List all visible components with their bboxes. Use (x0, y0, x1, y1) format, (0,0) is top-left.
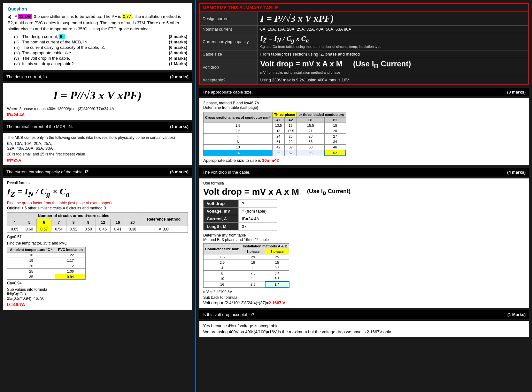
sub-calc: 25/(0.57*0.94)=46.7A (7, 296, 188, 301)
a2-header: A2 (284, 117, 297, 123)
cg-result: Cg=0.57 (7, 235, 188, 239)
sub-formula-label: Sub values into formula (7, 287, 188, 292)
summary-value-capacity: IZ = IN / Cg x Ca Cg and Ca from tables … (258, 33, 528, 50)
nominal-text1: The MCB comes only in the following curr… (7, 135, 188, 140)
acceptable-text1: Yes because 4% of voltage is acceptable (203, 323, 525, 328)
cable-row: 631293634 (204, 139, 346, 145)
col-9: 9 (81, 219, 96, 226)
design-current-section: The design current, Ib. (2 marks) I = P/… (3, 72, 192, 120)
sub-back: Sub back to formula (203, 295, 525, 300)
col-16: 16 (111, 219, 125, 226)
install-row-highlight: 162.8 2.4 (204, 282, 289, 287)
installation-table: Conductor Size mm² Installation methods … (203, 243, 289, 288)
cable-size-section: The appropriate cable size. (3 marks) 3 … (199, 88, 529, 165)
volt-drop-calc: Volt drop = (2.4*10^-3)*(24.4)*(37)=2.16… (203, 300, 525, 305)
one-phase-header: 1 phase (241, 249, 265, 254)
summary-value-acceptable: Using 230V max is 9.2V, using 400V max i… (258, 76, 528, 84)
install-methods-header: Installation methods A & B (241, 244, 289, 249)
nominal-current-title: The nominal current of the MCB, IN. (6, 124, 73, 129)
val-050: 0.50 (81, 226, 96, 233)
install-row: 1.52925 (204, 254, 289, 260)
nominal-current-marks: (1 marks) (170, 124, 189, 129)
highlight-kw: 13 kW (18, 14, 32, 19)
question-label: a) (8, 14, 12, 19)
nominal-current-content: The MCB comes only in the following curr… (3, 133, 192, 165)
volt-drop-content: Use formula Volt drop = mV x A x M (Use … (199, 178, 529, 308)
b1-header: B1 (297, 117, 325, 123)
nominal-current-section: The nominal current of the MCB, IN. (1 m… (3, 122, 192, 165)
summary-value-voltdrop: Volt drop = mV x A x M (Use IB Current) … (258, 58, 528, 76)
design-current-marks: (2 marks) (170, 74, 189, 79)
volt-drop-row: Volt drop? (204, 200, 277, 207)
summary-label-cable: Cable size (200, 50, 258, 58)
design-current-title: The design current, Ib. (6, 74, 48, 79)
col-5: 5 (22, 219, 37, 226)
highlight-ib: Ib. (59, 34, 65, 39)
cable-row: 424232827 (204, 134, 346, 139)
volt-drop-section: The volt drop in the cable. (4 marks) Us… (199, 168, 529, 308)
install-row: 4119.5 (204, 265, 289, 271)
recall-label: Recall formula (7, 181, 188, 185)
list-item: (iii) The current carrying capacity of t… (14, 45, 187, 50)
carrying-capacity-content: Recall formula IZ = IN / Cg × Ca Find th… (3, 178, 192, 310)
val-041: 0.41 (111, 226, 125, 233)
original-text: Original + 5 other similar circuits = 6 … (7, 206, 188, 210)
three-loaded-header: or three loaded conductors (297, 112, 346, 117)
volt-drop-row: Voltage, mV? (from table) (204, 207, 277, 215)
voltdrop-sub: mV from table: using installation method… (260, 71, 340, 74)
install-row: 104.43.8 (204, 276, 289, 282)
design-current-result: IB=24.4A (7, 112, 188, 117)
val-060: 0.60 (22, 226, 37, 233)
volt-drop-row: Length, M37 (204, 223, 277, 230)
volt-drop-note: (Use IB Current) (302, 188, 351, 196)
summary-row-capacity: Current carrying capacity IZ = IN / Cg x… (200, 33, 528, 50)
acceptable-section: Is this volt drop acceptable? (1 Marks) … (199, 310, 529, 337)
col-7: 7 (51, 219, 66, 226)
col-4: 4 (7, 219, 22, 226)
question-link[interactable]: Question (8, 6, 27, 11)
sub-formula-text: IN/(Cg*Ca) (7, 292, 188, 296)
cable-size-title: The appropriate cable size. (203, 90, 253, 94)
install-row: 2.51815 (204, 260, 289, 265)
install-row: 67.36.4 (204, 271, 289, 276)
summary-label-design: Design current (200, 12, 258, 26)
iz-formula: IZ = IN / Cg × Ca (7, 185, 188, 200)
carrying-capacity-section: The current carrying capacity of the cab… (3, 168, 192, 310)
design-current-summary-formula: I = P//√3 x V xPF) (260, 13, 334, 24)
design-current-explanation: Where 3 phase means 400v: 13000/((sqrt(3… (7, 107, 188, 111)
volt-drop-use-formula: Use formula (203, 181, 525, 185)
volt-drop-row: Current, AIB=24.4A (204, 215, 277, 223)
col-12: 12 (96, 219, 110, 226)
a1-header: A1 (272, 117, 284, 123)
summary-row-voltdrop: Volt drop Volt drop = mV x A x M (Use IB… (200, 58, 528, 76)
acceptable-header: Is this volt drop acceptable? (1 Marks) (199, 310, 529, 319)
list-item: (v) The volt drop in the cable. (4 marks… (14, 56, 187, 61)
cable-size-text1: 3 phase, method B and Iz=46.7A (203, 101, 525, 105)
carrying-capacity-marks: (6 marks) (170, 170, 189, 174)
val-052: 0.52 (66, 226, 81, 233)
volt-drop-final: 2.1667 V (269, 300, 285, 305)
nominal-values2: 32A ,40A ,50A, 63A, 80A (7, 146, 188, 151)
acceptable-marks: (1 Marks) (507, 312, 526, 317)
col-20: 20 (125, 219, 140, 226)
val-abc: A,B,C (140, 226, 188, 233)
summary-table: Design current I = P//√3 x V xPF) Nomina… (200, 12, 528, 84)
col-6: 6 (37, 219, 51, 226)
method-text: Method B, 3 phase and 16mm^2 cable (203, 237, 525, 242)
val-054: 0.54 (51, 226, 66, 233)
design-current-header: The design current, Ib. (2 marks) (3, 72, 192, 81)
summary-row-nominal: Nominal current 6A, 10A, 16A, 20A, 25A, … (200, 26, 528, 33)
cable-size-result: 16mm^2 (262, 158, 279, 163)
cable-row: 2.51817.52120 (204, 128, 346, 134)
capacity-sub: Cg and Ca from tables using method, numb… (260, 45, 382, 49)
summary-label-capacity: Current carrying capacity (200, 33, 258, 50)
acceptable-content: Yes because 4% of voltage is acceptable … (199, 321, 529, 337)
summary-table-title: MEMORIZE THIS SUMMARY TABLE (200, 4, 528, 12)
cable-size-header: The appropriate cable size. (3 marks) (199, 88, 529, 96)
reference-method-header: Reference method (140, 213, 188, 226)
cable-row: 1.513.51315.515 (204, 123, 346, 128)
temp-col-header: Ambient temperature °C * (7, 247, 55, 253)
nominal-current-header: The nominal current of the MCB, IN. (1 m… (3, 122, 192, 131)
temp-row: 201.12 (7, 263, 86, 269)
summary-value-cable: From table(cross section) using IZ, phas… (258, 50, 528, 58)
